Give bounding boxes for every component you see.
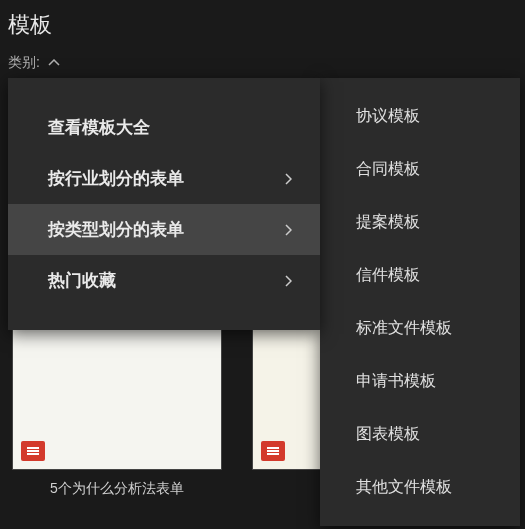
document-badge-icon <box>21 441 45 461</box>
category-dropdown: 查看模板大全 按行业划分的表单 按类型划分的表单 热门收藏 <box>8 78 320 330</box>
flyout-item-application[interactable]: 申请书模板 <box>320 355 520 408</box>
flyout-item-label: 协议模板 <box>356 107 420 124</box>
flyout-item-label: 申请书模板 <box>356 372 436 389</box>
dropdown-item-label: 按行业划分的表单 <box>48 167 184 190</box>
dropdown-item-browse-all[interactable]: 查看模板大全 <box>8 102 320 153</box>
page-title: 模板 <box>8 10 517 40</box>
dropdown-item-popular[interactable]: 热门收藏 <box>8 255 320 306</box>
flyout-item-standard-doc[interactable]: 标准文件模板 <box>320 302 520 355</box>
flyout-item-chart[interactable]: 图表模板 <box>320 408 520 461</box>
document-badge-icon <box>261 441 285 461</box>
chevron-up-icon <box>48 57 60 69</box>
flyout-item-label: 合同模板 <box>356 160 420 177</box>
flyout-item-other-doc[interactable]: 其他文件模板 <box>320 461 520 514</box>
flyout-item-label: 图表模板 <box>356 425 420 442</box>
dropdown-item-label: 按类型划分的表单 <box>48 218 184 241</box>
category-selector[interactable]: 类别: <box>0 48 525 78</box>
flyout-item-proposal[interactable]: 提案模板 <box>320 196 520 249</box>
category-label: 类别: <box>8 54 40 72</box>
dropdown-item-label: 查看模板大全 <box>48 116 150 139</box>
flyout-item-label: 标准文件模板 <box>356 319 452 336</box>
chevron-right-icon <box>284 173 292 185</box>
flyout-item-contract[interactable]: 合同模板 <box>320 143 520 196</box>
chevron-right-icon <box>284 224 292 236</box>
type-flyout-menu: 协议模板 合同模板 提案模板 信件模板 标准文件模板 申请书模板 图表模板 其他… <box>320 78 520 526</box>
chevron-right-icon <box>284 275 292 287</box>
flyout-item-letter[interactable]: 信件模板 <box>320 249 520 302</box>
flyout-item-label: 信件模板 <box>356 266 420 283</box>
dropdown-item-label: 热门收藏 <box>48 269 116 292</box>
dropdown-item-by-industry[interactable]: 按行业划分的表单 <box>8 153 320 204</box>
flyout-item-agreement[interactable]: 协议模板 <box>320 90 520 143</box>
template-name: 5个为什么分析法表单 <box>12 480 222 498</box>
flyout-item-label: 提案模板 <box>356 213 420 230</box>
dropdown-item-by-type[interactable]: 按类型划分的表单 <box>8 204 320 255</box>
flyout-item-label: 其他文件模板 <box>356 478 452 495</box>
